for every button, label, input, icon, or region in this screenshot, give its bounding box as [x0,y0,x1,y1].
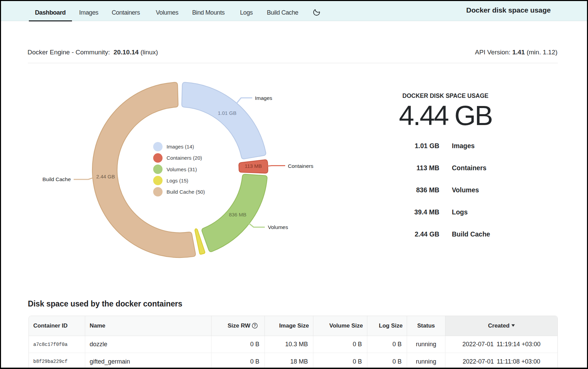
svg-text:Images (14): Images (14) [167,144,194,150]
svg-text:Containers: Containers [288,163,313,169]
svg-text:Containers (20): Containers (20) [167,155,202,161]
svg-text:836 MB: 836 MB [229,212,246,217]
svg-text:2.44 GB: 2.44 GB [96,174,115,179]
svg-text:Volumes: Volumes [268,224,288,230]
svg-text:Build Cache: Build Cache [42,176,71,182]
svg-text:Images: Images [255,95,272,101]
svg-text:1.01 GB: 1.01 GB [218,110,236,116]
svg-text:Build Cache (50): Build Cache (50) [167,189,205,195]
svg-text:?: ? [254,323,256,328]
svg-text:113 MB: 113 MB [245,163,262,169]
svg-text:Volumes (31): Volumes (31) [167,166,197,172]
svg-text:Logs (15): Logs (15) [167,178,188,183]
